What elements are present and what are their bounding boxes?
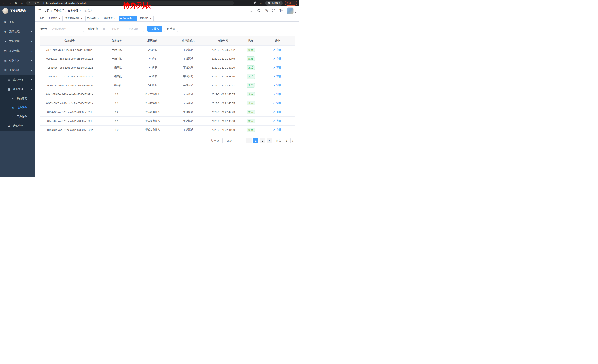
- status-badge: 激活: [247, 128, 255, 132]
- task-row: 725a1eb6-7b88-11ec-8ef0-acde48001122 一级审…: [40, 63, 295, 72]
- tag-start-process[interactable]: 发起流程 ×: [47, 16, 63, 21]
- back-icon[interactable]: ←: [2, 1, 6, 5]
- fullscreen-icon[interactable]: [270, 8, 277, 14]
- page-2-button[interactable]: 2: [260, 138, 265, 144]
- tags-view: 首页 发起流程 × 流程表单-编辑 × 已办任务 × 我的流程 × 待办任务 ×: [35, 15, 299, 22]
- github-icon[interactable]: [256, 8, 262, 14]
- approve-button[interactable]: 审批: [273, 93, 281, 96]
- sidebar-item-done-tasks[interactable]: ✓ 已办任务: [0, 112, 35, 121]
- edit-icon: [273, 49, 276, 51]
- user-avatar[interactable]: [287, 8, 294, 14]
- tag-done-tasks[interactable]: 已办任务 ×: [85, 16, 101, 21]
- edit-icon: [273, 93, 276, 95]
- tag-close-icon[interactable]: ×: [97, 17, 100, 20]
- search-icon[interactable]: [248, 8, 255, 14]
- task-row: 73211d9d-7b9b-11ec-b5b7-acde48001122 一级审…: [40, 45, 295, 54]
- task-process: OA 请假: [134, 81, 171, 90]
- forward-icon[interactable]: →: [8, 1, 12, 5]
- sidebar-item-todo-tasks[interactable]: ◉ 待办任务: [0, 103, 35, 112]
- browser-chrome: ← → ↻ ⌂ ⚠ 不安全 | dashboard.yudao.iocoder.…: [0, 0, 299, 6]
- address-bar[interactable]: ⚠ 不安全 | dashboard.yudao.iocoder.cn/bpm/t…: [26, 1, 234, 5]
- kebab-menu-icon[interactable]: ⋮: [293, 2, 295, 4]
- sidebar-toggle-icon[interactable]: ☰: [38, 9, 41, 13]
- app-logo[interactable]: 芋道管理系统: [0, 6, 35, 15]
- logo-image: [2, 8, 8, 14]
- status-badge: 激活: [247, 74, 255, 79]
- page-1-button[interactable]: 1: [253, 138, 258, 144]
- task-created: 2022-01-22 20:33:10: [205, 72, 241, 81]
- sidebar-item-home[interactable]: ◉ 首页: [0, 17, 35, 27]
- tag-process-detail[interactable]: 流程详情 ×: [138, 16, 154, 21]
- approve-button[interactable]: 审批: [273, 110, 281, 114]
- tag-home[interactable]: 首页: [38, 16, 46, 21]
- approve-button[interactable]: 审批: [273, 119, 281, 122]
- search-button[interactable]: 搜索: [148, 26, 162, 32]
- sidebar-item-task-management[interactable]: ▣ 任务管理 ▴: [0, 84, 35, 94]
- task-created: 2022-01-21 22:43:55: [205, 99, 241, 108]
- breadcrumb-workflow[interactable]: 工作流程: [54, 9, 64, 12]
- task-initiator: 芋道源码: [171, 54, 206, 63]
- date-range-picker[interactable]: ▦ 开始日期 - 结束日期: [100, 26, 144, 32]
- task-process: 测试多审批人: [134, 99, 171, 108]
- approve-button[interactable]: 审批: [273, 48, 281, 51]
- date-separator: -: [123, 27, 124, 30]
- bookmark-star-icon[interactable]: ☆: [259, 1, 263, 5]
- refresh-icon[interactable]: ↻: [14, 1, 18, 5]
- prev-page-button[interactable]: ‹: [246, 138, 252, 144]
- task-id: 8f0d1619-7ac8-11ec-a9e2-a2380e71991a: [40, 90, 100, 99]
- process-name-input[interactable]: [50, 26, 84, 32]
- page-size-select[interactable]: 10条/页 ▾: [223, 138, 241, 144]
- task-initiator: 芋道源码: [171, 81, 206, 90]
- chevron-down-icon: ▾: [31, 50, 32, 52]
- task-name: 一级审批: [100, 63, 134, 72]
- tag-close-icon[interactable]: ×: [114, 17, 116, 20]
- browser-update-button[interactable]: 更新 ⋮: [285, 1, 297, 6]
- next-page-button[interactable]: ›: [267, 138, 272, 144]
- sidebar-item-system[interactable]: ⚙ 系统管理 ▾: [0, 27, 35, 36]
- edit-icon: [273, 66, 276, 69]
- tag-label: 已办任务: [87, 17, 96, 20]
- goto-page-input[interactable]: [282, 138, 291, 144]
- menu-label: 首页: [9, 20, 32, 24]
- tag-process-form-edit[interactable]: 流程表单-编辑 ×: [64, 16, 84, 21]
- status-badge: 激活: [247, 101, 255, 105]
- approve-button[interactable]: 审批: [273, 66, 281, 69]
- task-initiator: 芋道源码: [171, 125, 206, 134]
- tag-close-icon[interactable]: ×: [80, 17, 83, 20]
- approve-button[interactable]: 审批: [273, 101, 281, 105]
- sidebar-item-leave-query[interactable]: ♟ 请假查询: [0, 121, 35, 130]
- sidebar-item-process-management[interactable]: ☰ 流程管理 ▾: [0, 75, 35, 84]
- sidebar-item-devtools[interactable]: ▦ 研发工具 ▾: [0, 56, 35, 65]
- top-navbar: ☰ 首页 / 工作流程 / 任务管理 / 待办任务 ?: [35, 6, 299, 15]
- tag-close-icon[interactable]: ×: [149, 17, 152, 20]
- home-icon[interactable]: ⌂: [20, 1, 24, 5]
- task-row: 381aa1dd-7ac8-11ec-a9e2-a2380e71991a 1.2…: [40, 125, 295, 134]
- breadcrumb-separator: /: [51, 9, 52, 12]
- sidebar-menu: ◉ 首页 ⚙ 系统管理 ▾ ¥ 支付管理 ▾ ▤ 基础设施 ▾ ▦ 研发工具 ▾: [0, 15, 35, 130]
- font-size-icon[interactable]: TT: [278, 8, 284, 14]
- approve-button[interactable]: 审批: [273, 57, 281, 60]
- main-area: ☰ 首页 / 工作流程 / 任务管理 / 待办任务 ?: [35, 6, 299, 182]
- help-icon[interactable]: ?: [263, 8, 269, 14]
- tag-todo-tasks[interactable]: 待办任务 ×: [119, 16, 137, 21]
- sidebar-item-payment[interactable]: ¥ 支付管理 ▾: [0, 36, 35, 46]
- breadcrumb: 首页 / 工作流程 / 任务管理 / 待办任务: [44, 9, 93, 12]
- incognito-badge: 无痕模式: [265, 1, 282, 6]
- breadcrumb-task-management[interactable]: 任务管理: [68, 9, 78, 12]
- breadcrumb-home[interactable]: 首页: [44, 9, 50, 12]
- sidebar-item-infrastructure[interactable]: ▤ 基础设施 ▾: [0, 46, 35, 56]
- pagination: 共 16 条 10条/页 ▾ ‹ 1 2 › 前往 页: [40, 138, 295, 144]
- approve-button[interactable]: 审批: [273, 128, 281, 131]
- reset-button[interactable]: ↻ 重置: [164, 26, 178, 32]
- sidebar-item-workflow[interactable]: ▥ 工作流程 ▴: [0, 65, 35, 75]
- tag-close-icon[interactable]: ×: [133, 17, 135, 20]
- tag-close-icon[interactable]: ×: [58, 17, 61, 20]
- task-process: 测试多审批人: [134, 116, 171, 125]
- approve-button[interactable]: 审批: [273, 84, 281, 87]
- avatar-caret-icon[interactable]: ▾: [295, 11, 296, 13]
- key-icon[interactable]: [253, 1, 257, 5]
- approve-button[interactable]: 审批: [273, 75, 281, 78]
- menu-label: 研发工具: [9, 59, 29, 62]
- tag-my-process[interactable]: 我的流程 ×: [102, 16, 118, 21]
- sidebar-item-my-process[interactable]: ✉ 我的流程: [0, 94, 35, 103]
